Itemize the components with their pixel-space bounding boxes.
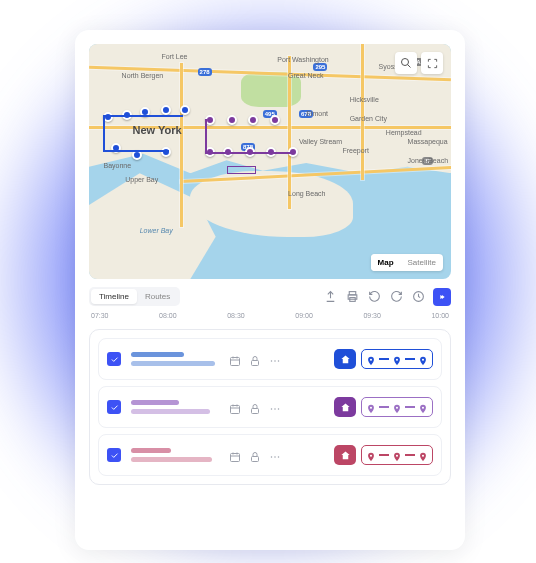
map-view[interactable]: 278 495 678 295 878 25A 27 New York Fort… bbox=[89, 44, 451, 279]
map-type-toggle[interactable]: Map Satellite bbox=[371, 254, 443, 271]
undo-icon[interactable] bbox=[367, 290, 381, 304]
svg-point-20 bbox=[396, 407, 398, 409]
svg-point-12 bbox=[396, 359, 398, 361]
svg-point-27 bbox=[370, 455, 372, 457]
svg-point-9 bbox=[274, 360, 276, 362]
svg-point-16 bbox=[271, 408, 273, 410]
clock-icon[interactable] bbox=[411, 290, 425, 304]
calendar-icon[interactable] bbox=[229, 353, 241, 365]
tab-routes[interactable]: Routes bbox=[137, 289, 178, 304]
svg-rect-15 bbox=[252, 409, 259, 414]
svg-point-17 bbox=[274, 408, 276, 410]
svg-line-1 bbox=[408, 65, 411, 68]
route-bars bbox=[131, 448, 219, 462]
more-icon[interactable] bbox=[269, 449, 281, 461]
home-icon[interactable] bbox=[334, 349, 356, 369]
svg-rect-7 bbox=[252, 361, 259, 366]
map-pin-purple[interactable] bbox=[248, 115, 258, 125]
svg-point-19 bbox=[370, 407, 372, 409]
map-city-label: New York bbox=[132, 124, 181, 136]
svg-point-24 bbox=[271, 456, 273, 458]
route-row-2 bbox=[98, 386, 442, 428]
more-icon[interactable] bbox=[269, 401, 281, 413]
lock-icon[interactable] bbox=[249, 353, 261, 365]
routes-panel bbox=[89, 329, 451, 485]
play-button[interactable] bbox=[433, 288, 451, 306]
fullscreen-button[interactable] bbox=[421, 52, 443, 74]
tab-timeline[interactable]: Timeline bbox=[91, 289, 137, 304]
svg-point-26 bbox=[278, 456, 280, 458]
view-toggle[interactable]: Timeline Routes bbox=[89, 287, 180, 306]
print-icon[interactable] bbox=[345, 290, 359, 304]
calendar-icon[interactable] bbox=[229, 449, 241, 461]
route-bars bbox=[131, 352, 219, 366]
home-icon[interactable] bbox=[334, 445, 356, 465]
svg-rect-23 bbox=[252, 457, 259, 462]
route-chain[interactable] bbox=[361, 445, 433, 465]
route-bars bbox=[131, 400, 219, 414]
svg-rect-14 bbox=[231, 406, 240, 414]
route-chain[interactable] bbox=[361, 397, 433, 417]
svg-point-28 bbox=[396, 455, 398, 457]
zoom-button[interactable] bbox=[395, 52, 417, 74]
svg-point-8 bbox=[271, 360, 273, 362]
svg-point-18 bbox=[278, 408, 280, 410]
route-chain[interactable] bbox=[361, 349, 433, 369]
svg-point-25 bbox=[274, 456, 276, 458]
more-icon[interactable] bbox=[269, 353, 281, 365]
map-type-satellite[interactable]: Satellite bbox=[401, 254, 443, 271]
route-row-1 bbox=[98, 338, 442, 380]
redo-icon[interactable] bbox=[389, 290, 403, 304]
lock-icon[interactable] bbox=[249, 401, 261, 413]
timeline-axis: 07:30 08:00 08:30 09:00 09:30 10:00 bbox=[89, 312, 451, 319]
home-icon[interactable] bbox=[334, 397, 356, 417]
svg-rect-6 bbox=[231, 358, 240, 366]
map-pin-purple[interactable] bbox=[270, 115, 280, 125]
svg-point-13 bbox=[422, 359, 424, 361]
svg-rect-22 bbox=[231, 454, 240, 462]
svg-point-10 bbox=[278, 360, 280, 362]
map-type-map[interactable]: Map bbox=[371, 254, 401, 271]
app-card: 278 495 678 295 878 25A 27 New York Fort… bbox=[75, 30, 465, 550]
calendar-icon[interactable] bbox=[229, 401, 241, 413]
route-row-3 bbox=[98, 434, 442, 476]
lock-icon[interactable] bbox=[249, 449, 261, 461]
toolbar: Timeline Routes bbox=[89, 287, 451, 306]
svg-point-29 bbox=[422, 455, 424, 457]
checkbox[interactable] bbox=[107, 400, 121, 414]
svg-point-0 bbox=[402, 59, 409, 66]
export-icon[interactable] bbox=[323, 290, 337, 304]
svg-point-21 bbox=[422, 407, 424, 409]
checkbox[interactable] bbox=[107, 448, 121, 462]
checkbox[interactable] bbox=[107, 352, 121, 366]
map-pin-purple[interactable] bbox=[227, 115, 237, 125]
svg-point-11 bbox=[370, 359, 372, 361]
